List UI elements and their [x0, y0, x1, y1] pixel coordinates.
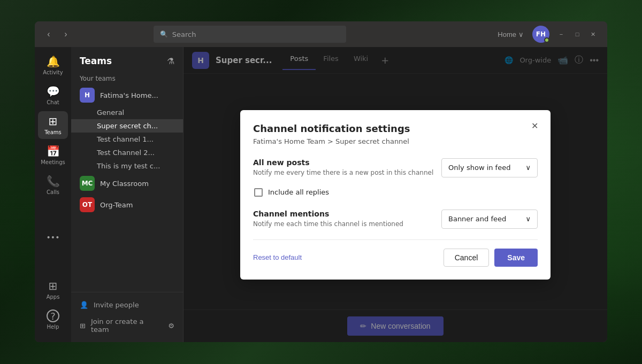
save-button[interactable]: Save	[494, 249, 538, 267]
channel-item-general[interactable]: General	[71, 106, 183, 119]
new-posts-dropdown[interactable]: Only show in feed ∨	[441, 158, 538, 177]
modal-subtitle: Fatima's Home Team > Super secret channe…	[253, 137, 538, 145]
channel-mentions-label: Channel mentions	[253, 210, 441, 218]
sidebar-item-help[interactable]: ? Help	[38, 306, 68, 334]
avatar-status	[544, 37, 549, 43]
team-name-fatimas: Fatima's Home...	[100, 91, 158, 99]
sidebar-item-meetings[interactable]: 📅 Meetings	[38, 141, 68, 169]
help-icon: ?	[47, 309, 59, 322]
avatar-initials: FH	[536, 30, 546, 38]
new-posts-label: All new posts	[253, 158, 441, 167]
sidebar-item-apps[interactable]: ⊞ Apps	[38, 276, 68, 304]
search-placeholder: Search	[172, 30, 196, 38]
filter-button[interactable]: ⚗	[167, 56, 174, 66]
channel-item-test3[interactable]: This is my test c...	[71, 159, 183, 173]
sidebar-item-more[interactable]: •••	[38, 223, 68, 251]
chat-icon: 💬	[47, 85, 60, 98]
include-replies-checkbox[interactable]	[254, 188, 263, 197]
home-button[interactable]: Home ∨	[493, 28, 528, 41]
teams-panel: Teams ⚗ Your teams H Fatima's Home... Ge…	[71, 47, 184, 342]
join-icon: ⊞	[80, 322, 86, 330]
back-button[interactable]: ‹	[41, 27, 56, 42]
minimize-button[interactable]: −	[554, 27, 569, 42]
team-item-fatimas-home[interactable]: H Fatima's Home...	[71, 84, 183, 106]
modal-section-new-posts: All new posts Notify me every time there…	[253, 158, 538, 177]
sidebar-item-teams[interactable]: ⊞ Teams	[38, 111, 68, 139]
teams-panel-header: Teams ⚗	[71, 47, 183, 71]
forward-button[interactable]: ›	[58, 27, 73, 42]
home-label: Home	[498, 30, 516, 38]
channel-content: H Super secr... Posts Files Wiki +	[184, 47, 607, 342]
sidebar-teams-label: Teams	[44, 129, 62, 135]
new-posts-dropdown-value: Only show in feed	[448, 164, 510, 172]
modal-actions: Cancel Save	[444, 249, 538, 267]
search-icon: 🔍	[160, 30, 168, 38]
team-item-my-classroom[interactable]: MC My Classroom	[71, 173, 183, 194]
channel-mentions-info: Channel mentions Notify me each time thi…	[253, 210, 441, 228]
channel-item-test2[interactable]: Test Channel 2...	[71, 146, 183, 159]
teams-panel-footer: 👤 Invite people ⊞ Join or create a team …	[71, 292, 183, 342]
team-name-classroom: My Classroom	[100, 180, 149, 188]
join-label: Join or create a team	[91, 317, 163, 334]
team-item-org-team[interactable]: OT Org-Team	[71, 194, 183, 215]
join-create-item[interactable]: ⊞ Join or create a team ⚙	[71, 313, 183, 338]
channel-mentions-dropdown-icon: ∨	[525, 215, 531, 223]
channel-mentions-dropdown-value: Banner and feed	[448, 215, 506, 223]
search-box[interactable]: 🔍 Search	[154, 26, 346, 43]
teams-window: ‹ › 🔍 Search Home ∨ FH − □ ✕	[35, 21, 607, 342]
modal-footer: Reset to default Cancel Save	[253, 239, 538, 267]
invite-icon: 👤	[80, 301, 88, 309]
sidebar-meetings-label: Meetings	[41, 159, 65, 165]
avatar[interactable]: FH	[532, 26, 549, 43]
checkbox-label: Include all replies	[268, 188, 329, 196]
sidebar-item-calls[interactable]: 📞 Calls	[38, 171, 68, 199]
checkbox-row: Include all replies	[253, 188, 538, 197]
team-name-org: Org-Team	[100, 201, 133, 209]
meetings-icon: 📅	[47, 145, 60, 158]
modal-title: Channel notification settings	[253, 123, 538, 134]
nav-controls: ‹ ›	[41, 27, 73, 42]
team-avatar-fatimas: H	[80, 88, 95, 103]
modal-dialog: Channel notification settings Fatima's H…	[240, 110, 551, 280]
maximize-button[interactable]: □	[570, 27, 585, 42]
cancel-button[interactable]: Cancel	[444, 249, 490, 267]
activity-icon: 🔔	[47, 55, 60, 68]
teams-section-label: Your teams	[71, 71, 183, 84]
teams-panel-title: Teams	[80, 56, 112, 66]
new-posts-info: All new posts Notify me every time there…	[253, 158, 441, 176]
channel-label-test1: Test channel 1...	[97, 135, 154, 143]
invite-label: Invite people	[94, 301, 139, 309]
home-chevron: ∨	[518, 30, 524, 38]
team-avatar-classroom: MC	[80, 176, 95, 191]
sidebar: 🔔 Activity 💬 Chat ⊞ Teams 📅 Meetings 📞 C…	[35, 47, 71, 342]
channel-item-super-secret[interactable]: Super secret ch...	[71, 119, 183, 133]
title-bar: ‹ › 🔍 Search Home ∨ FH − □ ✕	[35, 21, 607, 47]
invite-people-item[interactable]: 👤 Invite people	[71, 297, 183, 313]
sidebar-calls-label: Calls	[47, 189, 59, 195]
modal-overlay: Channel notification settings Fatima's H…	[184, 47, 607, 342]
sidebar-chat-label: Chat	[47, 99, 59, 105]
title-bar-right: Home ∨ FH − □ ✕	[493, 26, 601, 43]
sidebar-item-activity[interactable]: 🔔 Activity	[38, 51, 68, 79]
new-posts-dropdown-icon: ∨	[525, 164, 531, 172]
modal-section-channel-mentions: Channel mentions Notify me each time thi…	[253, 210, 538, 229]
join-settings-icon: ⚙	[168, 322, 174, 330]
channel-item-test1[interactable]: Test channel 1...	[71, 133, 183, 146]
channel-mentions-dropdown[interactable]: Banner and feed ∨	[441, 210, 538, 229]
close-button[interactable]: ✕	[586, 27, 601, 42]
apps-icon: ⊞	[49, 280, 58, 292]
reset-to-default-button[interactable]: Reset to default	[253, 253, 302, 261]
channel-label-test2: Test Channel 2...	[97, 149, 155, 157]
new-posts-desc: Notify me every time there is a new post…	[253, 169, 441, 176]
more-icon: •••	[47, 233, 60, 242]
sidebar-item-label: Activity	[43, 69, 63, 75]
sidebar-apps-label: Apps	[47, 294, 60, 300]
sidebar-item-chat[interactable]: 💬 Chat	[38, 81, 68, 109]
channel-label-general: General	[97, 109, 124, 117]
modal-close-button[interactable]: ✕	[527, 119, 542, 134]
teams-icon: ⊞	[49, 115, 58, 128]
calls-icon: 📞	[47, 175, 60, 188]
channel-mentions-desc: Notify me each time this channel is ment…	[253, 220, 441, 228]
team-avatar-org: OT	[80, 197, 95, 212]
channel-label-super-secret: Super secret ch...	[97, 122, 158, 130]
